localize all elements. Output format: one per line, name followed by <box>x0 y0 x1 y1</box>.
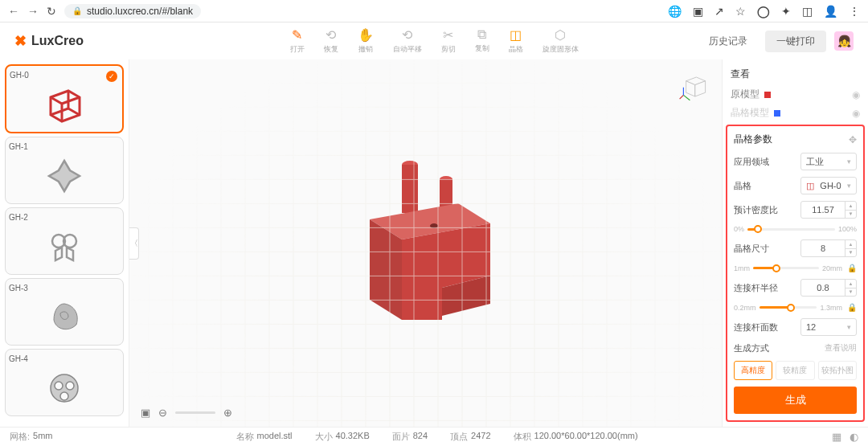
lattice-color-swatch <box>774 110 780 117</box>
pan-icon: ⟲ <box>402 27 412 43</box>
lattice-label: 晶格 <box>734 180 751 192</box>
selected-check-icon: ✓ <box>106 71 117 82</box>
lock-icon[interactable]: 🔒 <box>847 264 857 272</box>
tool-auto-pan[interactable]: ⟲自动平移 <box>393 27 422 55</box>
menu-icon[interactable]: ⋮ <box>849 5 860 18</box>
history-button[interactable]: 历史记录 <box>699 31 757 52</box>
panel-icon[interactable]: ◫ <box>802 5 813 18</box>
view-front-icon[interactable]: ▣ <box>141 407 150 419</box>
viewport-3d[interactable]: 〈 <box>129 59 723 427</box>
eye-icon[interactable]: ◉ <box>852 108 860 119</box>
svg-marker-2 <box>55 248 62 260</box>
cellsize-input[interactable]: 8 ▲▼ <box>800 239 857 257</box>
tool-open[interactable]: ✎打开 <box>290 27 305 55</box>
thumb-preview <box>10 80 119 129</box>
translate-icon[interactable]: 🌐 <box>668 5 682 18</box>
zoom-slider[interactable] <box>175 411 215 414</box>
lattice-thumb-gh3[interactable]: GH-3 <box>5 278 124 346</box>
restore-icon: ⟲ <box>326 27 336 43</box>
density-slider[interactable] <box>747 228 835 231</box>
tool-lattice[interactable]: ◫晶格 <box>509 27 523 55</box>
cellsize-slider[interactable] <box>753 267 819 269</box>
status-name: 名称model.stl <box>236 431 293 443</box>
tool-restore[interactable]: ⟲恢复 <box>324 27 338 55</box>
tool-undo[interactable]: ✋撤销 <box>358 27 374 55</box>
status-grid: 网格:5mm <box>10 431 53 443</box>
status-volume: 体积120.00*60.00*120.00(mm) <box>514 431 638 443</box>
help-link[interactable]: 查看说明 <box>825 342 857 354</box>
step-up-icon[interactable]: ▲ <box>845 202 856 211</box>
lattice-params-panel: 晶格参数 ✥ 应用领域 工业 ▾ 晶格 ◫ GH-0 ▾ 预计密度比 <box>726 125 865 422</box>
step-up-icon[interactable]: ▲ <box>845 240 856 249</box>
rodradius-label: 连接杆半径 <box>734 282 778 294</box>
right-panel: 查看 原模型 ◉ 晶格模型 ◉ 晶格参数 ✥ 应用领域 工业 ▾ <box>723 59 868 427</box>
visibility-lattice[interactable]: 晶格模型 ◉ <box>731 106 860 120</box>
grid-toggle-icon[interactable]: ▦ <box>832 431 841 443</box>
browser-actions: 🌐 ▣ ↗ ☆ ◯ ✦ ◫ 👤 ⋮ <box>668 5 860 18</box>
gen-mode-segment: 高精度 较精度 较拓扑图 <box>734 361 857 380</box>
step-up-icon[interactable]: ▲ <box>845 280 856 288</box>
zoom-in-icon[interactable]: ⊕ <box>223 407 232 419</box>
density-input[interactable]: 11.57 ▲▼ <box>800 201 857 219</box>
share-icon[interactable]: ↗ <box>714 5 724 18</box>
step-down-icon[interactable]: ▼ <box>845 288 856 297</box>
step-down-icon[interactable]: ▼ <box>845 211 856 219</box>
gen-mode-low[interactable]: 较拓扑图 <box>818 361 857 380</box>
tool-cut[interactable]: ✂剪切 <box>441 27 456 55</box>
rodfaces-select[interactable]: 12 ▾ <box>800 318 857 336</box>
field-select[interactable]: 工业 ▾ <box>800 153 857 170</box>
tool-law[interactable]: ⬡旋度固形体 <box>542 27 579 55</box>
move-panel-icon[interactable]: ✥ <box>849 134 857 145</box>
cast-icon[interactable]: ▣ <box>693 5 703 18</box>
gen-mode-med[interactable]: 较精度 <box>776 361 814 380</box>
address-bar[interactable]: 🔒 studio.luxcreo.cn/#/blank <box>64 4 201 18</box>
one-click-print-button[interactable]: 一键打印 <box>765 31 826 52</box>
app-header: ✖ LuxCreo ✎打开 ⟲恢复 ✋撤销 ⟲自动平移 ✂剪切 ⧉复制 ◫晶格 … <box>0 23 868 59</box>
collapse-sidebar-button[interactable]: 〈 <box>129 227 139 260</box>
star-icon[interactable]: ☆ <box>735 5 746 18</box>
circle-icon[interactable]: ◯ <box>757 5 770 18</box>
lattice-thumb-gh1[interactable]: GH-1 <box>5 137 124 204</box>
original-color-swatch <box>764 92 771 98</box>
rodradius-input[interactable]: 0.8 ▲▼ <box>800 279 857 297</box>
rodfaces-label: 连接杆面数 <box>734 321 778 333</box>
profile-icon[interactable]: 👤 <box>824 5 837 18</box>
status-faces: 面片824 <box>392 431 428 443</box>
browser-bar: ← → ↻ 🔒 studio.luxcreo.cn/#/blank 🌐 ▣ ↗ … <box>0 0 868 23</box>
eye-icon[interactable]: ◉ <box>852 89 860 100</box>
lattice-thumb-gh2[interactable]: GH-2 <box>5 207 124 275</box>
theme-toggle-icon[interactable]: ◐ <box>850 431 858 443</box>
reload-icon[interactable]: ↻ <box>47 5 56 18</box>
svg-point-6 <box>66 382 74 390</box>
lattice-thumb-gh4[interactable]: GH-4 <box>5 349 124 416</box>
status-size: 大小40.32KB <box>315 431 370 443</box>
lattice-select[interactable]: ◫ GH-0 ▾ <box>800 177 857 194</box>
ground-grid <box>129 59 722 427</box>
zoom-out-icon[interactable]: ⊖ <box>158 407 167 419</box>
svg-point-5 <box>55 382 63 390</box>
gen-mode-label: 生成方式 <box>734 342 769 354</box>
lock-icon[interactable]: 🔒 <box>847 303 857 312</box>
status-verts: 顶点2472 <box>450 431 490 443</box>
avatar[interactable]: 👧 <box>834 31 854 51</box>
svg-line-21 <box>683 95 690 100</box>
generate-button[interactable]: 生成 <box>734 387 857 414</box>
step-down-icon[interactable]: ▼ <box>845 249 856 257</box>
lock-icon: 🔒 <box>72 6 82 15</box>
lattice-thumb-gh0[interactable]: GH-0 ✓ <box>5 64 124 133</box>
lattice-swatch-icon: ◫ <box>806 181 814 191</box>
rodradius-slider[interactable] <box>760 306 817 309</box>
logo[interactable]: ✖ LuxCreo <box>14 32 84 50</box>
visibility-original[interactable]: 原模型 ◉ <box>731 88 860 101</box>
tool-copy[interactable]: ⧉复制 <box>475 27 489 55</box>
forward-icon[interactable]: → <box>27 5 39 18</box>
view-section-title: 查看 <box>731 66 860 83</box>
orientation-cube[interactable] <box>678 71 710 103</box>
back-icon[interactable]: ← <box>8 5 19 18</box>
density-label: 预计密度比 <box>734 204 778 216</box>
main-toolbar: ✎打开 ⟲恢复 ✋撤销 ⟲自动平移 ✂剪切 ⧉复制 ◫晶格 ⬡旋度固形体 <box>290 27 579 55</box>
extensions-icon[interactable]: ✦ <box>781 5 791 18</box>
svg-point-7 <box>60 392 68 400</box>
params-title: 晶格参数 <box>734 133 772 146</box>
gen-mode-high[interactable]: 高精度 <box>734 361 772 380</box>
